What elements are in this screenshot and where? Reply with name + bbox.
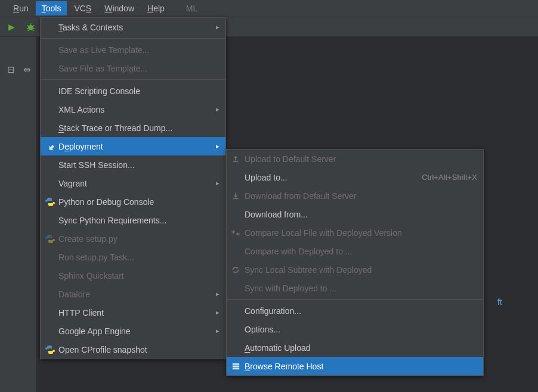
host-icon: [231, 362, 245, 371]
submenu-arrow-icon: ▸: [210, 23, 219, 31]
svg-rect-12: [233, 368, 239, 369]
menu-python-console[interactable]: Python or Debug Console: [41, 192, 225, 211]
python-icon: [45, 197, 58, 207]
menu-upload-default[interactable]: Upload to Default Server: [227, 150, 483, 168]
svg-line-6: [28, 29, 29, 30]
menu-vagrant[interactable]: Vagrant ▸: [41, 174, 225, 192]
menu-create-setup-py[interactable]: Create setup.py: [41, 229, 225, 248]
editor-text-fragment: ft: [497, 297, 502, 307]
tools-dropdown: Tasks & Contexts ▸ Save as Live Template…: [40, 17, 226, 359]
menu-start-ssh[interactable]: Start SSH Session...: [41, 155, 225, 174]
diff-icon: [231, 229, 245, 237]
menu-ide-scripting[interactable]: IDE Scripting Console: [41, 82, 225, 100]
menu-http-client[interactable]: HTTP Client ▸: [41, 303, 225, 322]
menu-tasks-contexts[interactable]: Tasks & Contexts ▸: [41, 18, 225, 36]
menu-download-default[interactable]: Download from Default Server: [227, 186, 483, 205]
menubar-vcs[interactable]: VCS: [68, 1, 97, 15]
menu-compare-deployed-to[interactable]: Compare with Deployed to ...: [227, 242, 483, 260]
python-icon: [45, 345, 58, 354]
settings-icon[interactable]: ⇹: [23, 64, 31, 75]
left-gutter: ⊟ ⇹: [0, 37, 37, 392]
menu-sync-local-subtree[interactable]: Sync Local Subtree with Deployed: [227, 260, 483, 279]
python-icon: [45, 234, 58, 244]
sync-icon: [231, 266, 245, 274]
deploy-icon: [45, 142, 58, 151]
menubar-help[interactable]: Help: [141, 1, 171, 15]
svg-rect-11: [233, 366, 239, 368]
download-icon: [231, 192, 245, 200]
menu-run-setup-py[interactable]: Run setup.py Task...: [41, 248, 225, 266]
menubar-ml[interactable]: ML: [180, 1, 203, 15]
menu-datalore[interactable]: Datalore ▸: [41, 285, 225, 303]
menu-stack-trace[interactable]: Stack Trace or Thread Dump...: [41, 119, 225, 137]
menu-separator: [41, 38, 225, 39]
menu-separator: [41, 79, 225, 80]
svg-line-3: [32, 25, 34, 26]
menu-save-live-template[interactable]: Save as Live Template...: [41, 41, 225, 59]
menubar-run[interactable]: Run: [7, 1, 35, 15]
submenu-arrow-icon: ▸: [210, 327, 219, 335]
menubar: Run Tools VCS Window Help ML: [0, 0, 538, 17]
submenu-arrow-icon: ▸: [210, 290, 219, 298]
svg-rect-8: [233, 161, 239, 162]
menu-browse-remote-host[interactable]: Browse Remote Host: [227, 357, 483, 375]
menu-options[interactable]: Options...: [227, 320, 483, 338]
submenu-arrow-icon: ▸: [210, 179, 219, 187]
menu-deployment[interactable]: Deployment ▸: [41, 137, 225, 155]
svg-rect-10: [233, 363, 239, 365]
menu-configuration[interactable]: Configuration...: [227, 301, 483, 320]
menu-sync-python-req[interactable]: Sync Python Requirements...: [41, 211, 225, 229]
menu-google-app-engine[interactable]: Google App Engine ▸: [41, 322, 225, 340]
submenu-arrow-icon: ▸: [210, 142, 219, 150]
menu-xml-actions[interactable]: XML Actions ▸: [41, 100, 225, 119]
svg-line-2: [27, 25, 29, 26]
submenu-arrow-icon: ▸: [210, 105, 219, 113]
menu-compare-local[interactable]: Compare Local File with Deployed Version: [227, 223, 483, 242]
upload-icon: [231, 155, 245, 163]
menu-save-file-template[interactable]: Save File as Template...: [41, 59, 225, 77]
menu-upload-to[interactable]: Upload to... Ctrl+Alt+Shift+X: [227, 168, 483, 186]
menubar-window[interactable]: Window: [98, 1, 140, 15]
debug-icon[interactable]: [26, 22, 36, 32]
menubar-tools[interactable]: Tools: [36, 1, 67, 15]
menu-download-from[interactable]: Download from...: [227, 205, 483, 223]
menu-sync-deployed-to[interactable]: Sync with Deployed to ...: [227, 279, 483, 297]
run-icon[interactable]: ▶: [8, 22, 15, 32]
minimize-icon[interactable]: ⊟: [7, 64, 15, 75]
menu-sphinx-quickstart[interactable]: Sphinx Quickstart: [41, 266, 225, 285]
menu-open-cprofile[interactable]: Open CProfile snapshot: [41, 340, 225, 359]
menu-separator: [227, 299, 483, 300]
menu-automatic-upload[interactable]: Automatic Upload: [227, 338, 483, 357]
deployment-submenu: Upload to Default Server Upload to... Ct…: [226, 149, 484, 376]
submenu-arrow-icon: ▸: [210, 309, 219, 316]
svg-point-0: [28, 24, 33, 30]
svg-line-7: [32, 29, 33, 30]
svg-rect-9: [233, 198, 239, 199]
